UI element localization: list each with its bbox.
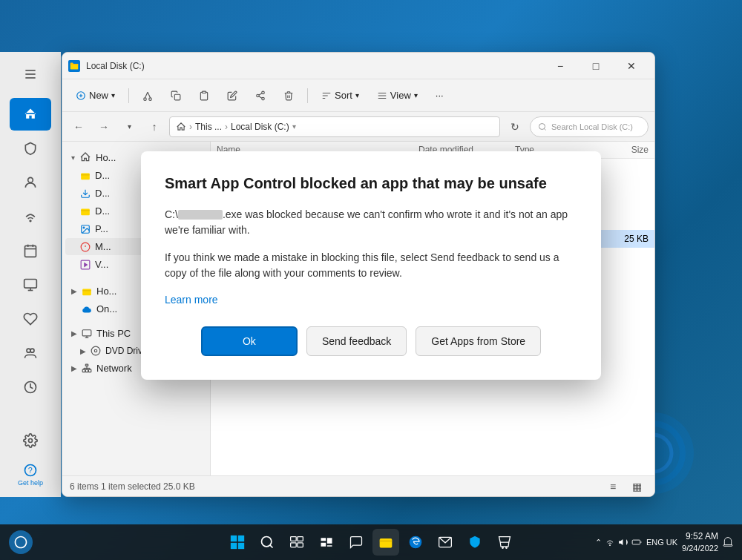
svg-point-89 — [502, 547, 504, 549]
volume-icon — [618, 537, 628, 547]
chevron-up[interactable]: ⌃ — [595, 538, 602, 547]
time-block[interactable]: 9:52 AM 9/24/2022 — [682, 530, 718, 554]
notification-icon[interactable] — [723, 537, 733, 547]
chat-button[interactable] — [343, 529, 370, 556]
widgets-button[interactable] — [313, 529, 340, 556]
svg-rect-84 — [291, 543, 297, 547]
ok-button[interactable]: Ok — [201, 326, 298, 356]
svg-rect-79 — [238, 543, 244, 549]
battery-icon — [631, 537, 642, 547]
widgets-icon — [319, 535, 334, 550]
svg-point-80 — [262, 537, 272, 547]
dialog-buttons: Ok Send feedback Get Apps from Store — [165, 326, 577, 356]
store-button[interactable] — [491, 529, 518, 556]
windows-icon — [230, 535, 245, 550]
taskbar-left — [9, 530, 36, 554]
taskbar-explorer[interactable] — [372, 529, 399, 556]
task-view-icon — [289, 535, 304, 550]
dialog-body-p1: C:\.exe was blocked because we can't con… — [165, 207, 577, 238]
dialog-overlay: Smart App Control blocked an app that ma… — [0, 0, 742, 560]
chat-icon — [349, 535, 364, 550]
taskbar-search[interactable] — [254, 529, 280, 556]
dialog-body-text1b: .exe was blocked because we can't confir… — [165, 208, 568, 236]
dialog-title: Smart App Control blocked an app that ma… — [165, 175, 577, 192]
svg-point-90 — [506, 547, 508, 549]
dialog-body: C:\.exe was blocked because we can't con… — [165, 207, 577, 281]
learn-more-link[interactable]: Learn more — [165, 294, 218, 306]
get-apps-button[interactable]: Get Apps from Store — [416, 326, 541, 356]
sys-tray: ⌃ — [595, 537, 642, 547]
security-taskbar-icon — [467, 535, 482, 550]
taskbar: ⌃ ENG UK 9:52 AM 9/24/2022 — [0, 524, 742, 560]
locale-display: ENG UK — [646, 537, 677, 547]
cortana-logo-icon — [13, 535, 28, 550]
svg-rect-94 — [723, 545, 732, 547]
svg-rect-76 — [231, 536, 237, 541]
svg-rect-78 — [231, 543, 237, 549]
svg-rect-82 — [291, 537, 297, 541]
cortana-icon[interactable] — [9, 530, 33, 554]
explorer-taskbar-icon — [378, 535, 393, 550]
taskbar-right: ⌃ ENG UK 9:52 AM 9/24/2022 — [595, 530, 733, 554]
svg-point-91 — [609, 545, 610, 546]
svg-line-81 — [270, 545, 273, 548]
svg-rect-83 — [298, 537, 303, 541]
dialog-body-text1: C:\ — [165, 208, 178, 220]
store-icon — [497, 535, 512, 550]
network-tray-icon — [605, 537, 615, 547]
svg-rect-77 — [238, 536, 244, 541]
taskbar-center — [224, 529, 518, 556]
dialog-filename-redacted — [178, 210, 223, 220]
clock-time: 9:52 AM — [682, 530, 718, 543]
locale-text: ENG UK — [646, 537, 677, 547]
clock-date: 9/24/2022 — [682, 543, 718, 554]
send-feedback-button[interactable]: Send feedback — [306, 326, 407, 356]
dialog-body-p2: If you think we made a mistake in blocki… — [165, 250, 577, 281]
svg-rect-86 — [380, 538, 393, 548]
svg-rect-92 — [632, 540, 640, 544]
mail-icon — [438, 535, 453, 550]
edge-icon — [408, 535, 423, 550]
mail-button[interactable] — [432, 529, 459, 556]
svg-rect-85 — [298, 543, 303, 547]
desktop: ? Get help Local Disk (C:) − □ ✕ — [0, 0, 742, 560]
task-view-button[interactable] — [283, 529, 310, 556]
taskbar-search-icon — [260, 535, 275, 550]
start-button[interactable] — [224, 529, 251, 556]
security-button[interactable] — [462, 529, 488, 556]
smart-app-control-dialog: Smart App Control blocked an app that ma… — [141, 151, 601, 380]
edge-button[interactable] — [402, 529, 429, 556]
